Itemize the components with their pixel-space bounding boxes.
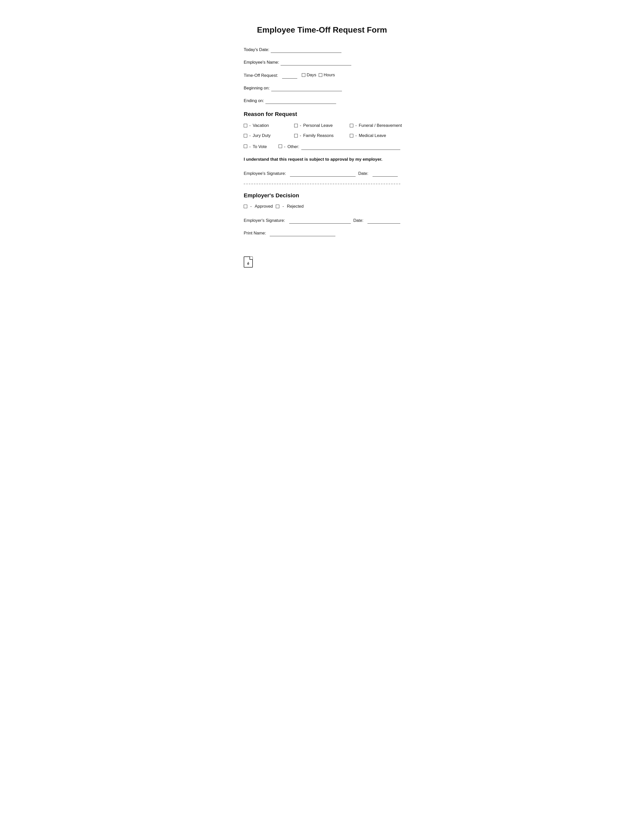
footer-icon-area: ê bbox=[244, 257, 400, 269]
personal-leave-dash: - bbox=[300, 123, 301, 128]
medical-leave-dash: - bbox=[355, 133, 357, 138]
print-name-label: Print Name: bbox=[244, 231, 266, 236]
todays-date-input[interactable] bbox=[271, 47, 341, 53]
employer-decision-title: Employer's Decision bbox=[244, 192, 400, 199]
notice-text: I understand that this request is subjec… bbox=[244, 157, 400, 162]
ending-on-label: Ending on: bbox=[244, 98, 264, 103]
to-vote-dash: - bbox=[249, 144, 251, 149]
reason-medical-leave: - Medical Leave bbox=[350, 133, 402, 138]
decision-row: - Approved - Rejected bbox=[244, 204, 400, 209]
beginning-on-label: Beginning on: bbox=[244, 86, 270, 91]
reason-grid: - Vacation - Personal Leave - Funeral / … bbox=[244, 123, 400, 138]
funeral-checkbox[interactable] bbox=[350, 124, 353, 127]
family-reasons-label: Family Reasons bbox=[303, 133, 334, 138]
jury-duty-label: Jury Duty bbox=[253, 133, 271, 138]
other-label: Other: bbox=[287, 144, 299, 149]
days-checkbox-group: Days bbox=[302, 73, 316, 78]
reason-section: Reason for Request - Vacation - Personal… bbox=[244, 111, 400, 150]
file-icon-letter: ê bbox=[247, 262, 249, 265]
family-reasons-dash: - bbox=[300, 133, 301, 138]
todays-date-row: Today's Date: bbox=[244, 47, 400, 53]
vacation-label: Vacation bbox=[253, 123, 269, 128]
beginning-on-row: Beginning on: bbox=[244, 86, 400, 91]
days-label: Days bbox=[307, 73, 316, 78]
employee-signature-row: Employee's Signature: Date: bbox=[244, 171, 400, 176]
days-checkbox[interactable] bbox=[302, 73, 305, 77]
file-document-icon: ê bbox=[244, 257, 253, 268]
funeral-label: Funeral / Bereavement bbox=[359, 123, 402, 128]
print-name-input[interactable] bbox=[270, 231, 336, 236]
jury-duty-dash: - bbox=[249, 133, 251, 138]
dashed-divider bbox=[244, 184, 400, 184]
ending-on-input[interactable] bbox=[265, 98, 336, 104]
approved-checkbox[interactable] bbox=[244, 205, 247, 208]
employer-section: Employer's Decision - Approved - Rejecte… bbox=[244, 192, 400, 236]
funeral-dash: - bbox=[355, 123, 357, 128]
timeoff-request-row: Time-Off Request: Days Hours bbox=[244, 73, 400, 79]
reason-section-title: Reason for Request bbox=[244, 111, 400, 118]
family-reasons-checkbox[interactable] bbox=[294, 134, 298, 137]
employee-date-label: Date: bbox=[358, 171, 368, 176]
reason-family-reasons: - Family Reasons bbox=[294, 133, 350, 138]
medical-leave-label: Medical Leave bbox=[359, 133, 386, 138]
reason-jury-duty: - Jury Duty bbox=[244, 133, 294, 138]
personal-leave-label: Personal Leave bbox=[303, 123, 333, 128]
print-name-row: Print Name: bbox=[244, 231, 400, 236]
other-checkbox[interactable] bbox=[279, 144, 282, 148]
timeoff-amount-input[interactable] bbox=[282, 73, 297, 79]
employees-name-input[interactable] bbox=[281, 60, 351, 65]
medical-leave-checkbox[interactable] bbox=[350, 134, 353, 137]
vacation-checkbox[interactable] bbox=[244, 124, 247, 127]
employer-signature-row: Employer's Signature: Date: bbox=[244, 218, 400, 224]
rejected-dash: - bbox=[282, 204, 284, 209]
hours-checkbox-group: Hours bbox=[319, 73, 335, 78]
ending-on-row: Ending on: bbox=[244, 98, 400, 104]
reason-personal-leave: - Personal Leave bbox=[294, 123, 350, 128]
employer-signature-input[interactable] bbox=[289, 218, 351, 224]
timeoff-request-label: Time-Off Request: bbox=[244, 73, 278, 78]
employee-signature-input[interactable] bbox=[290, 171, 355, 176]
hours-label: Hours bbox=[323, 73, 335, 78]
employer-signature-label: Employer's Signature: bbox=[244, 218, 285, 223]
rejected-label: Rejected bbox=[287, 204, 303, 209]
to-vote-checkbox[interactable] bbox=[244, 144, 247, 148]
rejected-checkbox[interactable] bbox=[276, 205, 279, 208]
other-dash: - bbox=[284, 144, 286, 149]
todays-date-label: Today's Date: bbox=[244, 47, 269, 52]
jury-duty-checkbox[interactable] bbox=[244, 134, 247, 137]
employees-name-label: Employee's Name: bbox=[244, 60, 279, 65]
page-title: Employee Time-Off Request Form bbox=[244, 25, 400, 35]
approved-dash: - bbox=[250, 204, 252, 209]
personal-leave-checkbox[interactable] bbox=[294, 124, 298, 127]
approved-label: Approved bbox=[255, 204, 273, 209]
reason-funeral: - Funeral / Bereavement bbox=[350, 123, 402, 128]
to-vote-label: To Vote bbox=[253, 144, 267, 149]
employer-date-input[interactable] bbox=[368, 218, 400, 224]
employee-date-input[interactable] bbox=[373, 171, 398, 176]
vacation-dash: - bbox=[249, 123, 251, 128]
beginning-on-input[interactable] bbox=[271, 86, 342, 91]
form-page: Employee Time-Off Request Form Today's D… bbox=[223, 10, 421, 289]
other-row: - To Vote - Other: bbox=[244, 144, 400, 150]
employee-signature-label: Employee's Signature: bbox=[244, 171, 286, 176]
hours-checkbox[interactable] bbox=[319, 73, 322, 77]
employees-name-row: Employee's Name: bbox=[244, 60, 400, 65]
other-input[interactable] bbox=[301, 144, 400, 150]
reason-vacation: - Vacation bbox=[244, 123, 294, 128]
employer-date-label: Date: bbox=[353, 218, 363, 223]
